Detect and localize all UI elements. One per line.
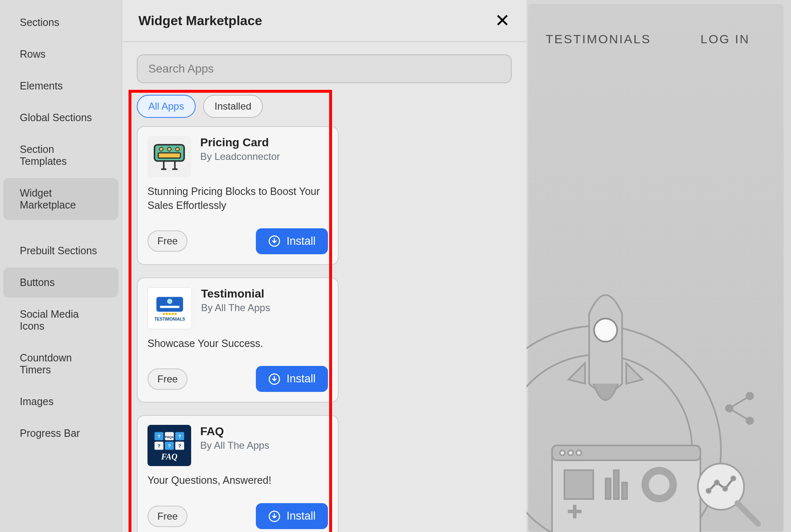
svg-rect-13 xyxy=(622,483,627,499)
sidebar: Sections Rows Elements Global Sections S… xyxy=(0,0,122,532)
svg-point-6 xyxy=(560,450,565,455)
sidebar-label: Sections xyxy=(20,16,59,28)
app-author: By All The Apps xyxy=(200,440,269,451)
preview-illustration: + xyxy=(490,252,779,532)
sidebar-label: Widget Marketplace xyxy=(20,187,76,211)
svg-text:FAQs: FAQs xyxy=(165,435,174,439)
svg-text:?: ? xyxy=(168,443,171,448)
filter-row: All Apps Installed xyxy=(122,91,527,126)
svg-point-31 xyxy=(168,148,171,151)
app-card-pricing[interactable]: Pricing Card By Leadconnector Stunning P… xyxy=(137,126,339,265)
app-thumb-icon: TESTIMONIALS xyxy=(147,287,192,329)
download-icon xyxy=(268,510,281,523)
svg-point-7 xyxy=(568,450,573,455)
sidebar-label: Rows xyxy=(20,48,46,60)
install-button[interactable]: Install xyxy=(256,228,328,254)
app-description: Your Questions, Answered! xyxy=(147,473,328,487)
panel-title: Widget Marketplace xyxy=(138,13,262,28)
price-badge: Free xyxy=(147,506,187,527)
app-title: Pricing Card xyxy=(200,136,280,149)
thumb-caption: TESTIMONIALS xyxy=(154,317,185,321)
app-author: By All The Apps xyxy=(201,302,270,314)
svg-point-3 xyxy=(594,319,617,342)
svg-point-44 xyxy=(172,313,174,315)
close-icon[interactable]: ✕ xyxy=(495,12,510,30)
marketplace-panel: Widget Marketplace ✕ All Apps Installed xyxy=(122,0,527,532)
install-button[interactable]: Install xyxy=(256,366,328,392)
app-description: Stunning Pricing Blocks to Boost Your Sa… xyxy=(147,185,328,213)
app-thumb-icon: ? FAQs ? ? ? ? FAQ xyxy=(147,425,191,466)
svg-text:?: ? xyxy=(178,434,181,439)
sidebar-item-countdown[interactable]: Countdown Timers xyxy=(3,343,118,385)
app-thumb-icon xyxy=(147,136,191,177)
sidebar-item-elements[interactable]: Elements xyxy=(3,71,118,101)
download-icon xyxy=(268,235,281,247)
sidebar-label: Buttons xyxy=(20,277,55,288)
filter-all-apps[interactable]: All Apps xyxy=(137,95,196,118)
svg-point-32 xyxy=(176,148,179,151)
sidebar-divider xyxy=(0,222,122,234)
svg-text:+: + xyxy=(567,497,582,525)
search-input[interactable] xyxy=(137,54,512,83)
download-icon xyxy=(268,373,281,385)
svg-text:?: ? xyxy=(178,443,181,448)
install-label: Install xyxy=(286,235,316,248)
sidebar-label: Elements xyxy=(20,80,63,91)
sidebar-item-progressbar[interactable]: Progress Bar xyxy=(3,418,118,448)
thumb-caption: FAQ xyxy=(161,452,177,462)
svg-line-26 xyxy=(729,396,750,408)
sidebar-item-sectiontemplates[interactable]: Section Templates xyxy=(3,134,118,176)
svg-point-21 xyxy=(731,476,735,480)
sidebar-label: Progress Bar xyxy=(20,427,80,439)
search-wrap xyxy=(122,42,527,91)
sidebar-item-sections[interactable]: Sections xyxy=(3,7,118,37)
app-card-testimonial[interactable]: TESTIMONIALS Testimonial By All The Apps… xyxy=(137,277,339,403)
app-title: Testimonial xyxy=(201,287,270,300)
sidebar-item-socialmedia[interactable]: Social Media Icons xyxy=(3,299,118,341)
svg-line-22 xyxy=(737,503,758,524)
sidebar-label: Countdown Timers xyxy=(20,352,72,375)
sidebar-label: Global Sections xyxy=(20,112,92,123)
app-title: FAQ xyxy=(200,425,269,438)
preview-nav-login[interactable]: LOG IN xyxy=(700,32,750,46)
app-card-faq[interactable]: ? FAQs ? ? ? ? FAQ FAQ By All The Apps Y… xyxy=(137,415,339,532)
svg-point-8 xyxy=(576,450,581,455)
sidebar-item-globalsections[interactable]: Global Sections xyxy=(3,103,118,133)
svg-point-39 xyxy=(167,299,173,304)
svg-text:?: ? xyxy=(157,434,160,439)
price-badge: Free xyxy=(147,230,187,252)
sidebar-item-rows[interactable]: Rows xyxy=(3,39,118,69)
svg-rect-40 xyxy=(160,306,180,308)
svg-text:?: ? xyxy=(157,443,160,448)
preview-nav-testimonials[interactable]: TESTIMONIALS xyxy=(545,32,651,46)
app-list: Pricing Card By Leadconnector Stunning P… xyxy=(122,126,353,532)
install-label: Install xyxy=(286,510,316,523)
sidebar-label: Section Templates xyxy=(20,143,67,167)
svg-point-43 xyxy=(168,313,171,315)
install-label: Install xyxy=(286,373,316,385)
install-button[interactable]: Install xyxy=(256,503,328,529)
svg-rect-11 xyxy=(606,478,611,499)
svg-point-20 xyxy=(723,487,727,491)
sidebar-item-widgetmarketplace[interactable]: Widget Marketplace xyxy=(3,178,118,220)
svg-rect-5 xyxy=(552,445,700,460)
svg-rect-9 xyxy=(564,470,593,499)
sidebar-label: Social Media Icons xyxy=(20,308,79,332)
svg-point-42 xyxy=(166,313,168,315)
svg-point-19 xyxy=(715,480,719,485)
filter-installed[interactable]: Installed xyxy=(203,95,263,118)
panel-header: Widget Marketplace ✕ xyxy=(122,0,527,42)
svg-point-45 xyxy=(175,313,177,315)
price-badge: Free xyxy=(147,368,187,390)
sidebar-item-images[interactable]: Images xyxy=(3,387,118,417)
sidebar-label: Prebuilt Sections xyxy=(20,245,97,256)
svg-point-18 xyxy=(707,489,711,493)
app-description: Showcase Your Success. xyxy=(147,337,328,351)
sidebar-item-prebuilt[interactable]: Prebuilt Sections xyxy=(3,236,118,266)
sidebar-item-buttons[interactable]: Buttons xyxy=(3,267,118,298)
svg-rect-29 xyxy=(158,153,180,158)
svg-point-30 xyxy=(159,148,163,151)
svg-line-27 xyxy=(729,408,750,421)
sidebar-label: Images xyxy=(20,396,54,407)
app-author: By Leadconnector xyxy=(200,151,280,162)
